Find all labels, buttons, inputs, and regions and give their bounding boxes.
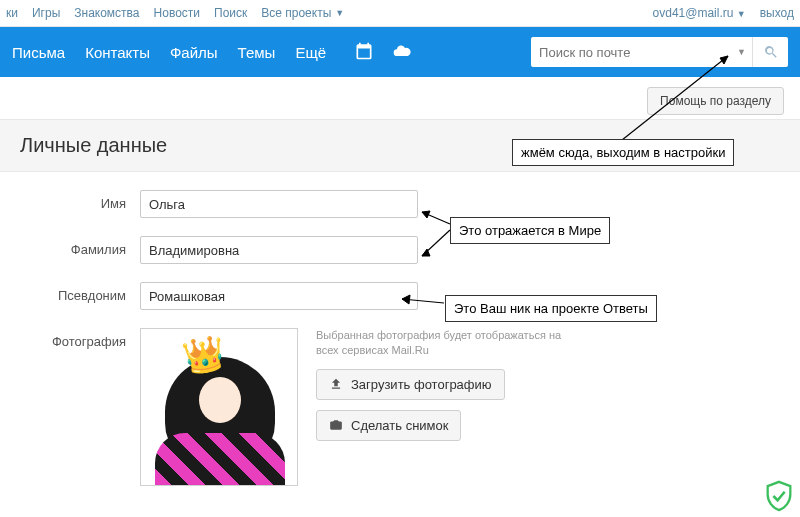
personal-data-form: Имя Фамилия Псевдоним Фотография 👑 Выбра… (0, 172, 800, 486)
nav-tab-mail[interactable]: Письма (12, 44, 65, 61)
nickname-input[interactable] (140, 282, 418, 310)
annotation-mir: Это отражается в Мире (450, 217, 610, 244)
name-label: Имя (20, 190, 140, 211)
svg-marker-1 (720, 56, 728, 64)
svg-marker-7 (402, 295, 410, 304)
search-button[interactable] (752, 37, 788, 67)
topnav-link[interactable]: Поиск (214, 6, 247, 20)
user-email-dropdown[interactable]: ovd41@mail.ru ▼ (653, 6, 746, 20)
all-projects-label: Все проекты (261, 6, 331, 20)
user-email-label: ovd41@mail.ru (653, 6, 734, 20)
surname-input[interactable] (140, 236, 418, 264)
search-icon (763, 44, 779, 60)
nav-tab-contacts[interactable]: Контакты (85, 44, 150, 61)
nickname-label: Псевдоним (20, 282, 140, 303)
photo-hint-text: Выбранная фотография будет отображаться … (316, 328, 566, 359)
topnav-link[interactable]: Игры (32, 6, 60, 20)
camera-icon (329, 418, 343, 432)
take-snapshot-button[interactable]: Сделать снимок (316, 410, 461, 441)
surname-label: Фамилия (20, 236, 140, 257)
nav-tab-files[interactable]: Файлы (170, 44, 218, 61)
svg-line-0 (622, 56, 728, 140)
avatar-image: 👑 (140, 328, 298, 486)
annotation-nick: Это Ваш ник на проекте Ответы (445, 295, 657, 322)
logout-link[interactable]: выход (760, 6, 794, 20)
cloud-icon[interactable] (392, 41, 412, 64)
upload-icon (329, 377, 343, 391)
topnav-link[interactable]: Новости (154, 6, 200, 20)
upload-photo-button[interactable]: Загрузить фотографию (316, 369, 505, 400)
annotation-settings: жмём сюда, выходим в настройки (512, 139, 734, 166)
all-projects-dropdown[interactable]: Все проекты ▼ (261, 6, 344, 20)
nav-tab-more[interactable]: Ещё (295, 44, 326, 61)
photo-label: Фотография (20, 328, 140, 349)
top-service-bar: ки Игры Знакомства Новости Поиск Все про… (0, 0, 800, 27)
topnav-link[interactable]: Знакомства (74, 6, 139, 20)
topnav-link[interactable]: ки (6, 6, 18, 20)
name-input[interactable] (140, 190, 418, 218)
take-snapshot-label: Сделать снимок (351, 418, 448, 433)
svg-marker-3 (422, 211, 430, 218)
caret-down-icon: ▼ (737, 9, 746, 19)
caret-down-icon: ▼ (335, 8, 344, 18)
upload-photo-label: Загрузить фотографию (351, 377, 492, 392)
security-shield-icon[interactable] (762, 479, 796, 513)
nav-tab-themes[interactable]: Темы (238, 44, 276, 61)
calendar-icon[interactable] (354, 41, 374, 64)
